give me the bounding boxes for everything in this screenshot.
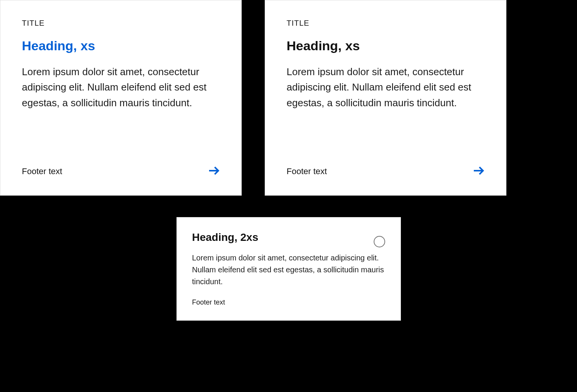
arrow-right-icon[interactable] [472,165,485,178]
card-body: Lorem ipsum dolor sit amet, consectetur … [287,64,485,154]
card-heading-link[interactable]: Heading, xs [22,38,220,53]
arrow-right-icon[interactable] [208,165,220,178]
card-footer-text: Footer text [22,166,62,176]
card-footer-text: Footer text [287,166,327,176]
card-footer: Footer text [287,165,485,178]
card-heading: Heading, xs [287,38,485,53]
card-body: Lorem ipsum dolor sit amet, consectetur … [192,252,385,288]
circle-icon [374,236,385,247]
card[interactable]: TITLE Heading, xs Lorem ipsum dolor sit … [265,0,506,196]
card-title: TITLE [22,19,220,28]
card-footer: Footer text [22,165,220,178]
card[interactable]: TITLE Heading, xs Lorem ipsum dolor sit … [0,0,242,196]
card-heading: Heading, 2xs [192,231,259,244]
card-body: Lorem ipsum dolor sit amet, consectetur … [22,64,220,154]
card[interactable]: Heading, 2xs Lorem ipsum dolor sit amet,… [176,217,401,321]
card-footer: Footer text [192,298,385,306]
card-footer-text: Footer text [192,298,225,306]
card-title: TITLE [287,19,485,28]
